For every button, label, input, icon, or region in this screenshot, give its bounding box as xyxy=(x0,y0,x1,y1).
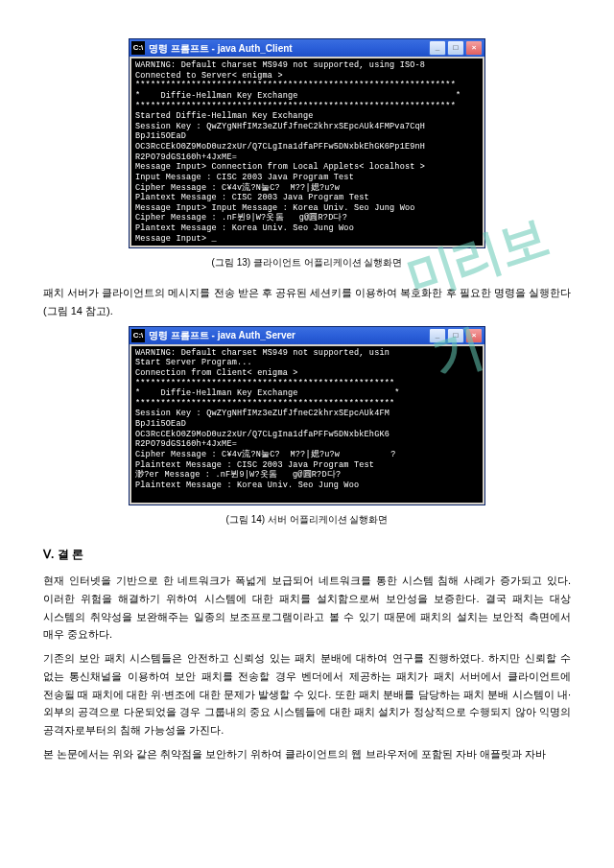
section-5-heading: Ⅴ. 결 론 xyxy=(43,545,571,564)
paragraph-3: 기존의 보안 패치 시스템들은 안전하고 신뢰성 있는 패치 분배에 대하여 연… xyxy=(43,649,571,739)
page: 미리보기 C:\ 명령 프롬프트 - java Auth_Client _ □ … xyxy=(43,38,571,762)
server-terminal-window: C:\ 명령 프롬프트 - java Auth_Server _ □ × WAR… xyxy=(129,326,485,505)
cmd-icon: C:\ xyxy=(131,41,145,55)
window-buttons: _ □ × xyxy=(429,328,483,343)
client-titlebar: C:\ 명령 프롬프트 - java Auth_Client _ □ × xyxy=(130,39,484,57)
server-window-title: 명령 프롬프트 - java Auth_Server xyxy=(149,327,429,343)
close-button[interactable]: × xyxy=(465,40,483,56)
client-terminal-window: C:\ 명령 프롬프트 - java Auth_Client _ □ × WAR… xyxy=(129,38,485,248)
paragraph-1: 패치 서버가 클라이언트의 메시지를 전송 받은 후 공유된 세션키를 이용하여… xyxy=(43,284,571,319)
minimize-button[interactable]: _ xyxy=(429,40,446,56)
server-titlebar: C:\ 명령 프롬프트 - java Auth_Server _ □ × xyxy=(130,327,484,344)
figure-14-caption: (그림 14) 서버 어플리케이션 실행화면 xyxy=(43,511,571,528)
client-window-title: 명령 프롬프트 - java Auth_Client xyxy=(149,40,429,57)
server-console-output: WARNING: Default charset MS949 not suppo… xyxy=(130,344,484,504)
paragraph-2: 현재 인터넷을 기반으로 한 네트워크가 폭넓게 보급되어 네트워크를 통한 시… xyxy=(43,572,571,644)
window-buttons: _ □ × xyxy=(429,40,483,56)
minimize-button[interactable]: _ xyxy=(429,328,446,343)
close-button[interactable]: × xyxy=(465,328,483,343)
client-console-output: WARNING: Default charset MS949 not suppo… xyxy=(130,57,484,247)
cmd-icon: C:\ xyxy=(131,329,145,342)
maximize-button[interactable]: □ xyxy=(447,328,464,343)
figure-13-caption: (그림 13) 클라이언트 어플리케이션 실행화면 xyxy=(43,254,571,270)
maximize-button[interactable]: □ xyxy=(447,40,464,56)
paragraph-4: 본 논문에서는 위와 같은 취약점을 보안하기 위하여 클라이언트의 웹 브라우… xyxy=(43,745,571,763)
